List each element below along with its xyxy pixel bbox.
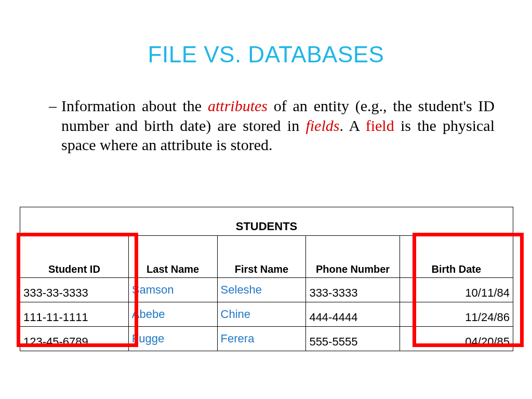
cell-last-name: Fugge [128,327,217,351]
emph-field: field [366,117,394,134]
col-first-name: First Name [217,236,306,278]
cell-phone: 333-3333 [306,278,400,302]
cell-birth-date: 04/20/85 [400,327,513,351]
body-paragraph: Information about the attributes of an e… [61,96,495,155]
slide: FILE VS. DATABASES Information about the… [0,0,532,399]
cell-first-name: Ferera [217,327,306,351]
para-text-3: . A [339,117,365,134]
students-table: STUDENTS Student ID Last Name First Name… [20,207,513,351]
cell-phone: 555-5555 [306,327,400,351]
cell-last-name: Abebe [128,302,217,327]
emph-fields: fields [305,117,339,134]
table-caption: STUDENTS [20,207,513,236]
cell-birth-date: 11/24/86 [400,302,513,327]
col-birth-date: Birth Date [400,236,513,278]
table-row: 111-11-1111 Abebe Chine 444-4444 11/24/8… [20,302,513,327]
col-last-name: Last Name [128,236,217,278]
students-table-wrap: STUDENTS Student ID Last Name First Name… [20,207,513,351]
emph-attributes: attributes [208,97,268,114]
cell-first-name: Seleshe [217,278,306,302]
table-row: 123-45-6789 Fugge Ferera 555-5555 04/20/… [20,327,513,351]
cell-phone: 444-4444 [306,302,400,327]
cell-last-name: Samson [128,278,217,302]
col-phone: Phone Number [306,236,400,278]
cell-birth-date: 10/11/84 [400,278,513,302]
cell-first-name: Chine [217,302,306,327]
cell-student-id: 333-33-3333 [20,278,129,302]
slide-title: FILE VS. DATABASES [0,0,532,68]
col-student-id: Student ID [20,236,129,278]
cell-student-id: 123-45-6789 [20,327,129,351]
table-row: 333-33-3333 Samson Seleshe 333-3333 10/1… [20,278,513,302]
para-text-1: Information about the [61,97,208,114]
cell-student-id: 111-11-1111 [20,302,129,327]
